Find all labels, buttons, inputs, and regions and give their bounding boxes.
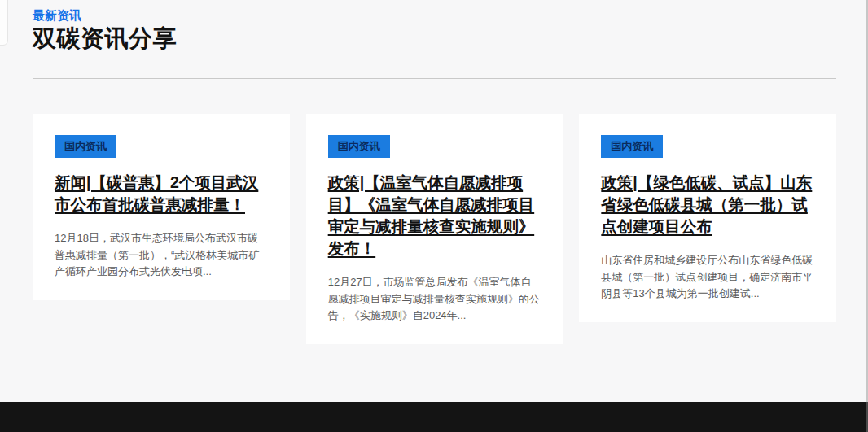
article-title: 政策|【绿色低碳、试点】山东省绿色低碳县城（第一批）试点创建项目公布 bbox=[601, 172, 814, 238]
article-excerpt: 12月18日，武汉市生态环境局公布武汉市碳普惠减排量（第一批），“武汉格林美城市… bbox=[55, 230, 268, 281]
article-title-link[interactable]: 政策|【温室气体自愿减排项目】《温室气体自愿减排项目审定与减排量核查实施规则》发… bbox=[328, 173, 535, 257]
news-card: 国内资讯 政策|【绿色低碳、试点】山东省绿色低碳县城（第一批）试点创建项目公布 … bbox=[579, 114, 836, 322]
header-divider bbox=[33, 78, 836, 79]
page: 最新资讯 双碳资讯分享 国内资讯 新闻|【碳普惠】2个项目武汉市公布首批碳普惠减… bbox=[0, 0, 868, 432]
news-card: 国内资讯 政策|【温室气体自愿减排项目】《温室气体自愿减排项目审定与减排量核查实… bbox=[306, 114, 563, 344]
article-title-link[interactable]: 政策|【绿色低碳、试点】山东省绿色低碳县城（第一批）试点创建项目公布 bbox=[601, 173, 812, 235]
article-title-link[interactable]: 新闻|【碳普惠】2个项目武汉市公布首批碳普惠减排量！ bbox=[55, 173, 258, 213]
news-card: 国内资讯 新闻|【碳普惠】2个项目武汉市公布首批碳普惠减排量！ 12月18日，武… bbox=[33, 114, 290, 300]
main-content: 最新资讯 双碳资讯分享 国内资讯 新闻|【碳普惠】2个项目武汉市公布首批碳普惠减… bbox=[0, 0, 868, 344]
category-badge[interactable]: 国内资讯 bbox=[328, 135, 390, 158]
article-title: 政策|【温室气体自愿减排项目】《温室气体自愿减排项目审定与减排量核查实施规则》发… bbox=[328, 172, 541, 260]
section-eyebrow: 最新资讯 bbox=[33, 8, 836, 22]
page-title: 双碳资讯分享 bbox=[33, 25, 836, 51]
window-edge-highlight bbox=[0, 0, 8, 46]
footer-bar bbox=[0, 402, 868, 432]
news-card-list: 国内资讯 新闻|【碳普惠】2个项目武汉市公布首批碳普惠减排量！ 12月18日，武… bbox=[33, 114, 836, 344]
category-badge[interactable]: 国内资讯 bbox=[601, 135, 663, 158]
article-excerpt: 山东省住房和城乡建设厅公布山东省绿色低碳县城（第一批）试点创建项目，确定济南市平… bbox=[601, 252, 814, 303]
article-excerpt: 12月27日，市场监管总局发布《温室气体自愿减排项目审定与减排量核查实施规则》的… bbox=[328, 274, 541, 325]
category-badge[interactable]: 国内资讯 bbox=[55, 135, 116, 158]
article-title: 新闻|【碳普惠】2个项目武汉市公布首批碳普惠减排量！ bbox=[55, 172, 268, 216]
